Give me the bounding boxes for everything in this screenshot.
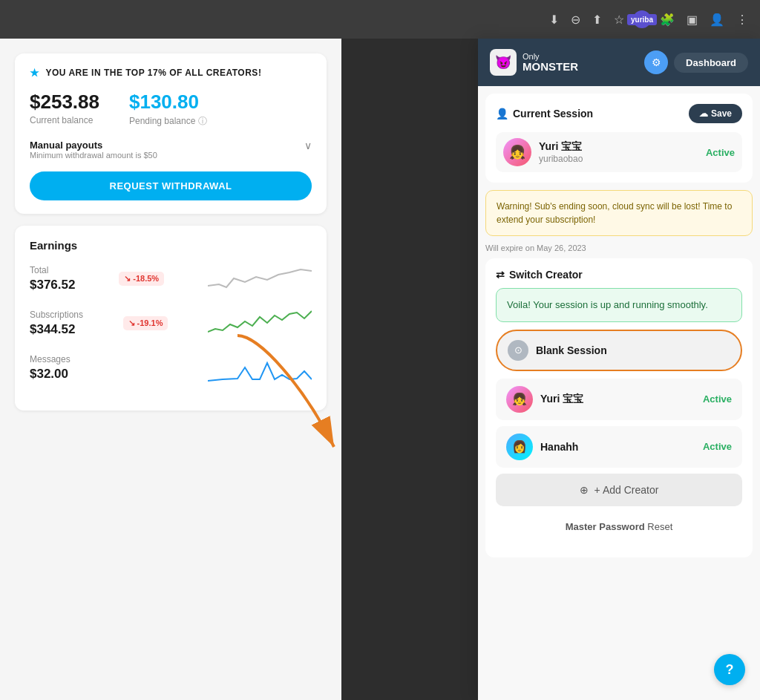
- warning-box: Warning! Sub's ending soon, cloud sync w…: [485, 190, 753, 236]
- header-buttons: ⚙ Dashboard: [644, 50, 748, 74]
- popup-logo: 😈 Only MONSTER: [490, 49, 578, 76]
- current-creator-name: Yuri 宝宝: [539, 140, 698, 154]
- logo-icon: 😈: [490, 49, 517, 76]
- reset-link[interactable]: Reset: [647, 521, 672, 532]
- creator-avatar-0: 👧: [506, 386, 533, 413]
- manual-payouts-sublabel: Minimum withdrawal amount is $50: [30, 151, 157, 160]
- creator-status-1: Active: [703, 441, 732, 452]
- blank-session-label: Blank Session: [536, 344, 607, 356]
- current-balance: $253.88 Current balance: [30, 91, 99, 128]
- save-button[interactable]: ☁ Save: [689, 104, 742, 123]
- pending-balance-amount: $130.80: [129, 91, 207, 114]
- person-icon[interactable]: 👤: [707, 10, 727, 30]
- total-badge: ↘ -18.5%: [119, 272, 164, 286]
- left-panel: ★ YOU ARE IN THE TOP 17% OF ALL CREATORS…: [0, 39, 341, 700]
- top-banner: ★ YOU ARE IN THE TOP 17% OF ALL CREATORS…: [15, 53, 327, 214]
- total-value: $376.52: [30, 278, 75, 292]
- puzzle-icon[interactable]: 🧩: [657, 10, 678, 30]
- master-password-label: Master Password: [566, 521, 645, 532]
- switch-creator-section: ⇄ Switch Creator Voila! Your session is …: [485, 258, 753, 557]
- star-icon: ★: [30, 67, 40, 79]
- banner-title: ★ YOU ARE IN THE TOP 17% OF ALL CREATORS…: [30, 67, 312, 79]
- info-icon: ⓘ: [198, 116, 207, 126]
- creator-item-1[interactable]: 👩 Hanahh Active: [496, 426, 742, 468]
- subscriptions-badge: ↘ -19.1%: [123, 316, 168, 330]
- subscriptions-category: Subscriptions: [30, 310, 83, 320]
- current-creator-row: 👧 Yuri 宝宝 yuribaobao Active: [496, 132, 742, 172]
- messages-value: $32.00: [30, 367, 71, 382]
- messages-chart: [208, 353, 312, 382]
- current-creator-status: Active: [706, 147, 735, 158]
- earnings-messages-row: Messages $32.00: [30, 353, 312, 382]
- arrow-down-icon-2: ↘: [128, 318, 135, 328]
- blank-session-row[interactable]: ⊙ Blank Session: [496, 330, 742, 371]
- zoom-icon[interactable]: ⊖: [568, 10, 583, 30]
- messages-category: Messages: [30, 354, 71, 364]
- success-text: Voila! Your session is up and running sm…: [507, 299, 708, 310]
- pending-balance: $130.80 Pending balance ⓘ: [129, 91, 207, 128]
- avatar-icon: yuriba: [633, 10, 651, 28]
- share-icon[interactable]: ⬆: [589, 10, 605, 30]
- earnings-total-row: Total $376.52 ↘ -18.5%: [30, 264, 312, 293]
- creator-info-1: Hanahh: [540, 441, 695, 453]
- creator-avatar-1: 👩: [506, 434, 533, 460]
- sidebar-icon[interactable]: ▣: [684, 10, 701, 30]
- person-session-icon: 👤: [496, 108, 508, 120]
- current-session-title: 👤 Current Session ☁ Save: [496, 104, 742, 123]
- balance-row: $253.88 Current balance $130.80 Pending …: [30, 91, 312, 128]
- creator-item-0[interactable]: 👧 Yuri 宝宝 Active: [496, 379, 742, 420]
- creator-status-0: Active: [703, 393, 732, 405]
- current-session-section: 👤 Current Session ☁ Save 👧 Yuri 宝宝 yurib…: [485, 94, 753, 183]
- menu-icon[interactable]: ⋮: [733, 10, 751, 30]
- banner-title-text: YOU ARE IN THE TOP 17% OF ALL CREATORS!: [46, 68, 262, 78]
- subscriptions-chart: [208, 308, 312, 338]
- success-box: Voila! Your session is up and running sm…: [496, 288, 742, 322]
- earnings-card: Earnings Total $376.52 ↘ -18.5% Subscrip…: [15, 226, 327, 410]
- cloud-icon: ☁: [699, 108, 708, 119]
- subscriptions-value: $344.52: [30, 322, 83, 337]
- current-balance-amount: $253.88: [30, 91, 99, 114]
- total-chart: [208, 264, 312, 293]
- download-icon[interactable]: ⬇: [546, 10, 562, 30]
- current-creator-handle: yuribaobao: [539, 154, 698, 164]
- bookmark-icon[interactable]: ☆: [611, 10, 627, 30]
- current-creator-avatar: 👧: [503, 138, 531, 166]
- add-icon: ⊕: [580, 484, 589, 496]
- shuffle-icon: ⇄: [496, 269, 505, 281]
- master-password-row: Master Password Reset: [503, 514, 735, 540]
- add-creator-label: + Add Creator: [594, 484, 659, 496]
- dashboard-button[interactable]: Dashboard: [674, 53, 748, 73]
- logo-text: Only MONSTER: [522, 52, 578, 73]
- creator-name-0: Yuri 宝宝: [540, 393, 695, 406]
- blank-session-icon: ⊙: [508, 340, 528, 361]
- user-label: yuriba: [627, 14, 657, 25]
- chrome-browser-bar: ⬇ ⊖ ⬆ ☆ yuriba 🧩 ▣ 👤 ⋮: [0, 0, 760, 39]
- help-button[interactable]: ?: [714, 654, 745, 685]
- earnings-subscriptions-row: Subscriptions $344.52 ↘ -19.1%: [30, 308, 312, 338]
- onlymonster-popup: 😈 Only MONSTER ⚙ Dashboard 👤 Current Ses…: [478, 39, 760, 700]
- withdrawal-button[interactable]: REQUEST WITHDRAWAL: [30, 171, 312, 200]
- settings-button[interactable]: ⚙: [644, 50, 668, 74]
- switch-creator-title: ⇄ Switch Creator: [496, 269, 742, 281]
- manual-payouts-row: Manual payouts Minimum withdrawal amount…: [30, 140, 312, 160]
- arrow-down-icon: ↘: [124, 274, 131, 284]
- add-creator-button[interactable]: ⊕ + Add Creator: [496, 474, 742, 506]
- pending-balance-label: Pending balance ⓘ: [129, 115, 207, 128]
- earnings-title: Earnings: [30, 239, 312, 252]
- warning-text: Warning! Sub's ending soon, cloud sync w…: [497, 201, 732, 225]
- popup-body: 👤 Current Session ☁ Save 👧 Yuri 宝宝 yurib…: [478, 86, 760, 700]
- main-content: ★ YOU ARE IN THE TOP 17% OF ALL CREATORS…: [0, 39, 760, 700]
- current-balance-label: Current balance: [30, 115, 99, 125]
- creator-info-0: Yuri 宝宝: [540, 393, 695, 406]
- total-category: Total: [30, 265, 75, 275]
- popup-header: 😈 Only MONSTER ⚙ Dashboard: [478, 39, 760, 86]
- expire-text: Will expire on May 26, 2023: [485, 243, 753, 252]
- chevron-down-icon[interactable]: ∨: [304, 140, 312, 151]
- current-creator-info: Yuri 宝宝 yuribaobao: [539, 140, 698, 164]
- manual-payouts-label: Manual payouts: [30, 140, 157, 151]
- creator-name-1: Hanahh: [540, 441, 695, 453]
